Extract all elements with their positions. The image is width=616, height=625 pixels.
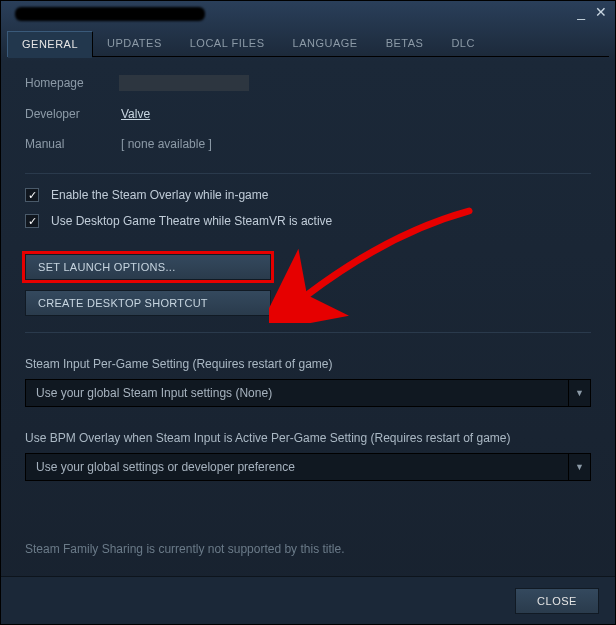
homepage-label: Homepage [25,76,121,90]
bpm-overlay-label: Use BPM Overlay when Steam Input is Acti… [25,431,591,445]
tab-bar: GENERAL UPDATES LOCAL FILES LANGUAGE BET… [7,31,609,57]
window-controls: _ ✕ [577,5,607,19]
tab-language[interactable]: LANGUAGE [279,31,372,57]
developer-row: Developer Valve [25,107,591,121]
tab-betas[interactable]: BETAS [372,31,438,57]
chevron-down-icon: ▼ [568,380,590,406]
homepage-redacted [119,75,249,91]
manual-label: Manual [25,137,121,151]
steam-input-dropdown[interactable]: Use your global Steam Input settings (No… [25,379,591,407]
set-launch-options-button[interactable]: SET LAUNCH OPTIONS... [25,254,271,280]
manual-value: [ none available ] [121,137,212,151]
divider [25,173,591,174]
developer-link[interactable]: Valve [121,107,150,121]
manual-row: Manual [ none available ] [25,137,591,151]
titlebar: _ ✕ [1,1,615,27]
steam-input-value: Use your global Steam Input settings (No… [36,386,272,400]
close-icon[interactable]: ✕ [595,5,607,19]
minimize-icon[interactable]: _ [577,5,585,19]
tab-local-files[interactable]: LOCAL FILES [176,31,279,57]
overlay-checkbox[interactable]: ✓ [25,188,39,202]
chevron-down-icon: ▼ [568,454,590,480]
developer-label: Developer [25,107,121,121]
create-desktop-shortcut-button[interactable]: CREATE DESKTOP SHORTCUT [25,290,271,316]
spacer [25,240,591,254]
tab-dlc[interactable]: DLC [437,31,489,57]
steam-input-label: Steam Input Per-Game Setting (Requires r… [25,357,591,371]
divider-2 [25,332,591,333]
properties-window: _ ✕ GENERAL UPDATES LOCAL FILES LANGUAGE… [0,0,616,625]
bpm-overlay-dropdown[interactable]: Use your global settings or developer pr… [25,453,591,481]
bottom-bar: CLOSE [1,576,615,624]
theatre-label: Use Desktop Game Theatre while SteamVR i… [51,214,332,228]
content-panel: Homepage Developer Valve Manual [ none a… [1,57,615,576]
family-sharing-note: Steam Family Sharing is currently not su… [25,542,591,576]
tab-general[interactable]: GENERAL [7,31,93,57]
title-redacted [15,7,205,21]
tab-updates[interactable]: UPDATES [93,31,176,57]
close-button[interactable]: CLOSE [515,588,599,614]
theatre-checkbox-row[interactable]: ✓ Use Desktop Game Theatre while SteamVR… [25,214,591,228]
theatre-checkbox[interactable]: ✓ [25,214,39,228]
homepage-row: Homepage [25,75,591,91]
overlay-checkbox-row[interactable]: ✓ Enable the Steam Overlay while in-game [25,188,591,202]
overlay-label: Enable the Steam Overlay while in-game [51,188,268,202]
bpm-overlay-value: Use your global settings or developer pr… [36,460,295,474]
